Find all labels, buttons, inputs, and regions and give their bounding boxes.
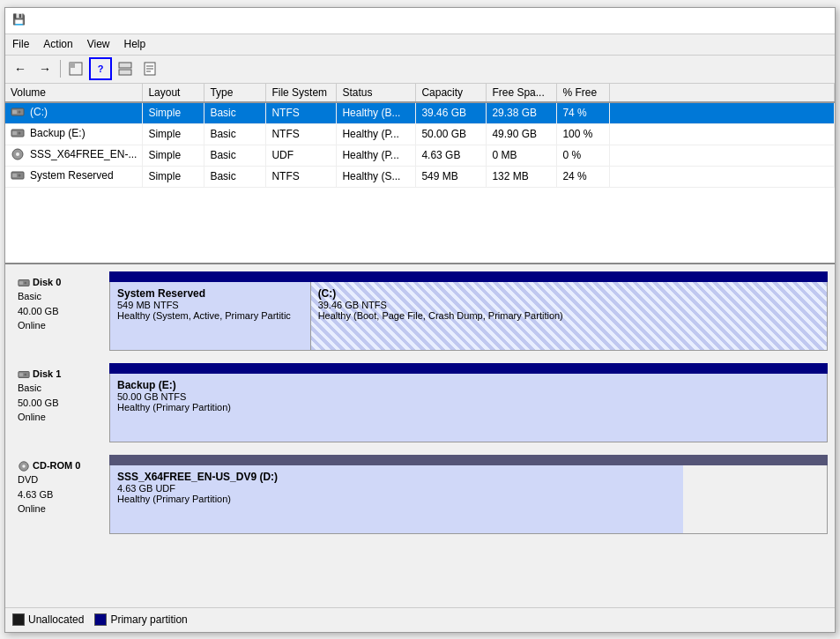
col-extra xyxy=(610,84,835,102)
disk-row: Disk 0 Basic 40.00 GB Online System Rese… xyxy=(12,271,828,351)
partition-status: Healthy (Primary Partition) xyxy=(117,402,820,412)
properties-button[interactable] xyxy=(138,57,161,80)
col-type[interactable]: Type xyxy=(204,84,266,102)
cell-extra xyxy=(610,166,835,187)
disk-label: CD-ROM 0 DVD 4.63 GB Online xyxy=(12,455,109,534)
minimize-button[interactable] xyxy=(747,11,771,29)
cell-extra xyxy=(610,102,835,124)
cell-status: Healthy (S... xyxy=(337,166,416,187)
col-layout[interactable]: Layout xyxy=(143,84,204,102)
cell-status: Healthy (B... xyxy=(337,102,416,124)
cell-capacity: 50.00 GB xyxy=(416,123,487,145)
partition-name: System Reserved xyxy=(117,287,303,300)
svg-rect-23 xyxy=(19,373,23,376)
col-volume[interactable]: Volume xyxy=(5,84,143,102)
disk-management-window: 💾 File Action View Help ← → ? xyxy=(4,7,836,633)
svg-rect-1 xyxy=(70,63,75,68)
disk-label: Disk 0 Basic 40.00 GB Online xyxy=(12,271,109,351)
svg-point-15 xyxy=(16,152,19,156)
table-row[interactable]: SSS_X64FREE_EN-... Simple Basic UDF Heal… xyxy=(5,145,835,166)
show-hide-button[interactable] xyxy=(64,57,87,80)
cell-filesystem: UDF xyxy=(266,145,337,166)
svg-rect-20 xyxy=(19,281,23,285)
svg-rect-2 xyxy=(119,63,131,68)
partition[interactable]: SSS_X64FREE_EN-US_DV9 (D:) 4.63 GB UDF H… xyxy=(110,465,683,533)
close-button[interactable] xyxy=(803,11,828,29)
unallocated-color xyxy=(12,613,25,626)
disk-row: CD-ROM 0 DVD 4.63 GB Online SSS_X64FREE_… xyxy=(12,455,828,534)
col-status[interactable]: Status xyxy=(337,84,416,102)
show-hide-icon xyxy=(69,62,83,76)
table-row[interactable]: (C:) Simple Basic NTFS Healthy (B... 39.… xyxy=(5,102,835,124)
hdd-disk-icon xyxy=(18,277,30,289)
cell-pctfree: 100 % xyxy=(557,123,610,145)
cell-type: Basic xyxy=(204,123,266,145)
disk-bar-container: Backup (E:) 50.00 GB NTFS Healthy (Prima… xyxy=(109,363,828,442)
help-button[interactable]: ? xyxy=(89,57,112,80)
content-area: Volume Layout Type File System Status Ca… xyxy=(5,84,835,632)
disk-size-label: 50.00 GB xyxy=(18,396,104,411)
disk-size-label: 40.00 GB xyxy=(18,304,104,319)
unallocated-label: Unallocated xyxy=(28,613,84,626)
svg-rect-12 xyxy=(12,131,17,135)
col-filesystem[interactable]: File System xyxy=(266,84,337,102)
disk-header-bar xyxy=(109,363,828,374)
hdd-icon xyxy=(11,105,25,119)
partition-status: Healthy (Boot, Page File, Crash Dump, Pr… xyxy=(318,310,820,321)
primary-color xyxy=(94,613,107,626)
cell-layout: Simple xyxy=(143,102,204,124)
volume-table-section: Volume Layout Type File System Status Ca… xyxy=(5,84,835,264)
partition[interactable]: Backup (E:) 50.00 GB NTFS Healthy (Prima… xyxy=(110,374,827,442)
svg-point-24 xyxy=(24,373,26,375)
disk-row: Disk 1 Basic 50.00 GB Online Backup (E:)… xyxy=(12,363,828,442)
hdd-disk-icon xyxy=(18,368,30,381)
svg-point-18 xyxy=(19,174,21,176)
forward-button[interactable]: → xyxy=(33,57,56,80)
menu-action[interactable]: Action xyxy=(36,34,79,55)
hdd-icon xyxy=(11,168,25,182)
svg-point-13 xyxy=(19,131,21,134)
expand-button[interactable] xyxy=(114,57,137,80)
title-bar-left: 💾 xyxy=(12,13,32,27)
menu-file[interactable]: File xyxy=(5,34,36,55)
col-capacity[interactable]: Capacity xyxy=(416,84,487,102)
disk-bar-container: System Reserved 549 MB NTFS Healthy (Sys… xyxy=(109,271,828,351)
cell-extra xyxy=(610,123,835,145)
disk-size-label: 4.63 GB xyxy=(18,487,104,502)
partition-status: Healthy (Primary Partition) xyxy=(117,494,676,504)
partition-name: SSS_X64FREE_EN-US_DV9 (D:) xyxy=(117,471,676,483)
properties-icon xyxy=(143,62,157,76)
cell-volume: System Reserved xyxy=(5,166,143,187)
table-row[interactable]: System Reserved Simple Basic NTFS Health… xyxy=(5,166,835,187)
menu-bar: File Action View Help xyxy=(5,34,835,56)
cell-status: Healthy (P... xyxy=(337,123,416,145)
disk-name-label: CD-ROM 0 xyxy=(18,458,104,473)
cell-pctfree: 74 % xyxy=(557,102,610,124)
svg-point-21 xyxy=(24,281,26,284)
maximize-button[interactable] xyxy=(775,11,799,29)
disk-header-bar xyxy=(109,271,828,282)
partition[interactable]: (C:) 39.46 GB NTFS Healthy (Boot, Page F… xyxy=(311,282,827,350)
cell-freespace: 29.38 GB xyxy=(487,102,557,124)
partition-size: 39.46 GB NTFS xyxy=(318,300,820,310)
table-row[interactable]: Backup (E:) Simple Basic NTFS Healthy (P… xyxy=(5,123,835,145)
menu-help[interactable]: Help xyxy=(117,34,153,55)
hdd-icon xyxy=(11,126,25,140)
partition-name: Backup (E:) xyxy=(117,379,820,391)
disk-type-label: Basic xyxy=(18,381,104,396)
disk-name-label: Disk 0 xyxy=(18,275,104,290)
title-bar: 💾 xyxy=(5,8,835,34)
menu-view[interactable]: View xyxy=(80,34,117,55)
col-freespace[interactable]: Free Spa... xyxy=(487,84,557,102)
cell-freespace: 49.90 GB xyxy=(487,123,557,145)
cell-pctfree: 24 % xyxy=(557,166,610,187)
disk-label: Disk 1 Basic 50.00 GB Online xyxy=(12,363,109,442)
cell-layout: Simple xyxy=(143,166,204,187)
svg-rect-9 xyxy=(12,110,17,114)
partition[interactable]: System Reserved 549 MB NTFS Healthy (Sys… xyxy=(110,282,311,350)
partition-size: 50.00 GB NTFS xyxy=(117,391,820,402)
cell-layout: Simple xyxy=(143,123,204,145)
back-button[interactable]: ← xyxy=(9,57,32,80)
svg-rect-3 xyxy=(119,70,131,75)
col-pctfree[interactable]: % Free xyxy=(557,84,610,102)
